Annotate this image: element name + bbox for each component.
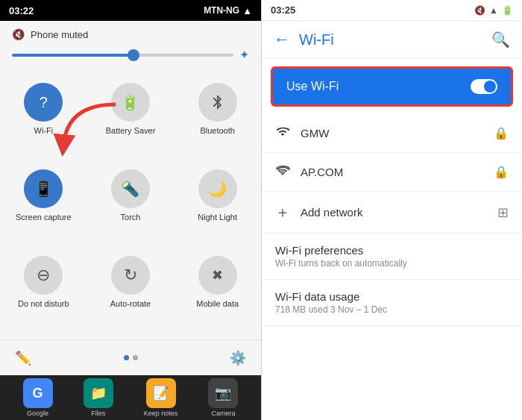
wifi-pref-title: Wi-Fi preferences	[275, 244, 509, 257]
right-time: 03:25	[271, 4, 295, 16]
wifi-data-usage-title: Wi-Fi data usage	[275, 290, 509, 303]
add-icon: ＋	[275, 202, 290, 222]
screen-capture-icon: 📱	[34, 180, 53, 198]
bluetooth-icon	[210, 94, 226, 110]
battery-saver-icon: 🔋	[121, 93, 139, 111]
files-icon: 📁	[84, 378, 113, 408]
qs-item-bluetooth[interactable]: Bluetooth	[174, 74, 261, 160]
dnd-icon-circle: ⊖	[24, 256, 63, 295]
camera-label: Camera	[211, 410, 235, 417]
settings-icon[interactable]: ⚙️	[230, 350, 246, 366]
auto-rotate-icon: ↻	[124, 266, 137, 285]
gmw-left: GMW	[275, 125, 329, 142]
brightness-row[interactable]: ✦	[12, 46, 249, 63]
screen-capture-label: Screen capture	[16, 213, 72, 222]
signal-bars-icon: ▲	[489, 5, 498, 16]
dock-camera[interactable]: 📷 Camera	[208, 378, 238, 417]
qs-item-auto-rotate[interactable]: ↻ Auto-rotate	[87, 247, 174, 333]
keep-notes-label: Keep notes	[144, 410, 178, 417]
toggle-thumb	[484, 81, 496, 93]
bluetooth-label: Bluetooth	[200, 126, 234, 135]
auto-rotate-icon-circle: ↻	[111, 256, 150, 295]
torch-icon-circle: 🔦	[111, 169, 150, 208]
notification-area: 🔇 Phone muted ✦	[0, 21, 261, 68]
qs-item-battery-saver[interactable]: 🔋 Battery Saver	[87, 74, 174, 160]
camera-icon: 📷	[208, 378, 238, 408]
network-item-gmw[interactable]: GMW 🔒	[262, 114, 522, 153]
wifi-icon: ?	[40, 94, 48, 111]
wifi-full-icon	[275, 125, 290, 142]
wifi-pref-subtitle: Wi-Fi turns back on automatically	[275, 258, 509, 269]
mobile-data-icon: ✖	[212, 267, 223, 283]
auto-rotate-label: Auto-rotate	[110, 299, 151, 308]
add-network-item[interactable]: ＋ Add network ⊞	[262, 192, 522, 233]
battery-status-icon: 🔋	[502, 5, 513, 16]
mobile-data-icon-circle: ✖	[198, 256, 237, 295]
apcom-left: AP.COM	[275, 163, 343, 181]
qr-code-icon: ⊞	[497, 204, 509, 221]
gmw-lock-icon: 🔒	[494, 126, 509, 140]
qs-item-wifi[interactable]: ? Wi-Fi	[0, 74, 87, 160]
qs-item-night-light[interactable]: 🌙 Night Light	[174, 160, 261, 247]
search-icon[interactable]: 🔍	[491, 31, 510, 48]
wifi-header: ← Wi-Fi 🔍	[262, 21, 522, 59]
network-list: GMW 🔒 AP.COM 🔒 ＋ Add network ⊞ Wi-Fi pre…	[262, 114, 522, 420]
page-dots	[124, 355, 138, 360]
mobile-data-label: Mobile data	[196, 299, 239, 308]
quick-settings-grid: ? Wi-Fi 🔋 Battery Saver Bluetooth 📱	[0, 68, 261, 339]
signal-area: MTN-NG ▲	[204, 5, 252, 16]
gmw-name: GMW	[301, 127, 329, 140]
dnd-label: Do not disturb	[18, 299, 69, 308]
mute-status-icon: 🔇	[474, 5, 485, 16]
dnd-icon: ⊖	[37, 266, 50, 285]
app-dock: G Google 📁 Files 📝 Keep notes 📷 Camera	[0, 375, 261, 420]
left-time: 03:22	[9, 5, 34, 16]
brightness-slider[interactable]	[12, 54, 233, 57]
signal-icon: ▲	[242, 5, 252, 16]
use-wifi-section[interactable]: Use Wi-Fi	[271, 66, 513, 107]
dot-2	[133, 355, 138, 360]
wifi-outline-icon	[275, 163, 290, 181]
battery-saver-label: Battery Saver	[106, 126, 156, 135]
wifi-label: Wi-Fi	[34, 126, 54, 135]
edit-icon[interactable]: ✏️	[15, 350, 31, 366]
wifi-toggle[interactable]	[471, 79, 497, 94]
brightness-fill	[12, 54, 133, 57]
dock-files[interactable]: 📁 Files	[84, 378, 113, 417]
qs-item-mobile-data[interactable]: ✖ Mobile data	[174, 247, 261, 333]
wifi-page-title: Wi-Fi	[299, 31, 334, 48]
status-bar-left: 03:22 MTN-NG ▲	[0, 0, 261, 21]
google-label: Google	[27, 410, 48, 417]
dock-google[interactable]: G Google	[23, 378, 53, 417]
phone-muted-row: 🔇 Phone muted	[12, 28, 249, 40]
apcom-lock-icon: 🔒	[494, 165, 509, 179]
wifi-icon-circle: ?	[24, 83, 63, 122]
back-button[interactable]: ←	[274, 30, 290, 49]
bottom-bar: ✏️ ⚙️	[0, 339, 261, 375]
qs-item-torch[interactable]: 🔦 Torch	[87, 160, 174, 247]
screen-capture-icon-circle: 📱	[24, 169, 63, 208]
right-panel: 03:25 🔇 ▲ 🔋 ← Wi-Fi 🔍 Use Wi-Fi GMW	[261, 0, 522, 420]
night-light-icon: 🌙	[208, 180, 227, 198]
network-item-apcom[interactable]: AP.COM 🔒	[262, 153, 522, 192]
bluetooth-icon-circle	[198, 83, 237, 122]
torch-label: Torch	[121, 213, 141, 222]
wifi-data-usage-item[interactable]: Wi-Fi data usage 718 MB used 3 Nov – 1 D…	[262, 280, 522, 326]
qs-item-dnd[interactable]: ⊖ Do not disturb	[0, 247, 87, 333]
torch-icon: 🔦	[121, 180, 139, 198]
night-light-label: Night Light	[198, 213, 237, 222]
qs-item-screen-capture[interactable]: 📱 Screen capture	[0, 160, 87, 247]
brightness-thumb	[128, 49, 139, 61]
carrier-text: MTN-NG	[204, 5, 239, 16]
wifi-data-usage-subtitle: 718 MB used 3 Nov – 1 Dec	[275, 304, 509, 315]
keep-notes-icon: 📝	[146, 378, 176, 408]
right-status-icons: 🔇 ▲ 🔋	[474, 5, 513, 16]
brightness-icon: ✦	[239, 48, 249, 62]
add-network-text: Add network	[301, 206, 362, 219]
night-light-icon-circle: 🌙	[198, 169, 237, 208]
dock-keep-notes[interactable]: 📝 Keep notes	[144, 378, 178, 417]
wifi-preferences-item[interactable]: Wi-Fi preferences Wi-Fi turns back on au…	[262, 233, 522, 280]
battery-saver-icon-circle: 🔋	[111, 83, 150, 122]
files-label: Files	[91, 410, 105, 417]
dot-1	[124, 355, 129, 360]
